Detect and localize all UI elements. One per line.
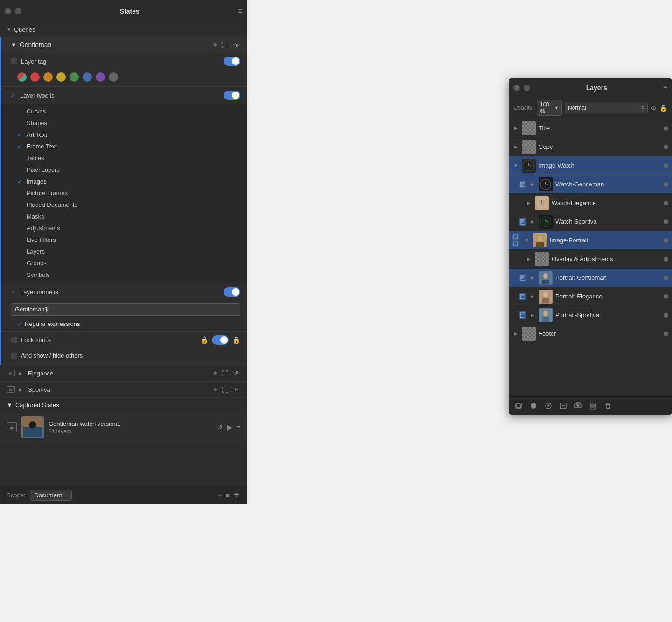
show-hide-checkbox[interactable]: [11, 353, 17, 359]
color-dot-green[interactable]: [70, 72, 79, 82]
color-dot-gray[interactable]: [109, 72, 118, 82]
layer-item-frame-text[interactable]: ✓ Frame Text: [1, 141, 247, 152]
layer-name-input[interactable]: [11, 303, 240, 316]
layer-item-groups[interactable]: Groups: [1, 257, 247, 269]
layer-row-title[interactable]: ▶ Title: [509, 119, 672, 138]
fx-button[interactable]: [542, 400, 554, 412]
close-button[interactable]: ✕: [5, 8, 11, 14]
layer-tag-toggle[interactable]: [224, 57, 240, 66]
elegance-target-icon[interactable]: ⌖: [213, 369, 217, 377]
undo-icon[interactable]: ↺: [217, 423, 223, 431]
layer-row-portrait-sportiva[interactable]: ▶ Portrait-Sportiva: [509, 306, 672, 325]
add-circle-button[interactable]: [527, 400, 539, 412]
overlay-chevron: ▶: [525, 256, 532, 262]
target-icon[interactable]: ⌖: [213, 41, 217, 49]
layer-item-layers[interactable]: Layers: [1, 246, 247, 257]
color-dot-red[interactable]: [30, 72, 40, 82]
watch-sportiva-badge: [519, 218, 526, 226]
scope-trash-icon[interactable]: 🗑: [233, 491, 240, 500]
layer-item-art-text[interactable]: ✓ Art Text: [1, 129, 247, 141]
layers-menu-icon[interactable]: ≡: [663, 84, 667, 92]
layer-settings-icon[interactable]: ⚙: [651, 104, 657, 112]
captured-actions: ↺ ▶ ≡: [217, 423, 240, 431]
layer-item-picture-frames[interactable]: Picture Frames: [1, 187, 247, 199]
more-icon[interactable]: ≡: [236, 424, 240, 431]
layer-type-check: ✓: [11, 92, 17, 99]
frame-text-check: ✓: [17, 143, 24, 150]
play-icon[interactable]: ▶: [227, 423, 232, 431]
color-dot-purple[interactable]: [96, 72, 105, 82]
layer-name-toggle[interactable]: [224, 287, 240, 297]
sportiva-target-icon[interactable]: ⌖: [213, 385, 217, 394]
layer-row-portrait-elegance[interactable]: ▶ Portrait-Elegance: [509, 287, 672, 306]
scope-list-icon[interactable]: ≡: [225, 491, 230, 500]
svg-point-49: [543, 311, 548, 316]
trash-button[interactable]: [602, 400, 614, 412]
layer-item-masks[interactable]: Masks: [1, 211, 247, 222]
layer-row-portrait-gentleman[interactable]: ▶ Portrait-Gentleman: [509, 269, 672, 287]
color-dot-blue[interactable]: [83, 72, 92, 82]
layer-item-pixel-layers[interactable]: Pixel Layers: [1, 164, 247, 176]
layer-row-overlay[interactable]: ▶ Overlay & Adjustments: [509, 250, 672, 269]
layer-row-image-portrait[interactable]: ▼ Image-Portrait: [509, 231, 672, 250]
layer-item-images[interactable]: ✓ Images: [1, 176, 247, 187]
duplicate-button[interactable]: [512, 400, 525, 412]
visibility-icon[interactable]: 👁: [233, 41, 240, 49]
portrait-elegance-layer-name: Portrait-Elegance: [555, 293, 661, 300]
layer-row-copy[interactable]: ▶ Copy: [509, 138, 672, 156]
elegance-chevron-row[interactable]: ▶ Elegance: [19, 370, 210, 377]
elegance-state-icon: ▤: [7, 370, 15, 376]
layer-type-toggle[interactable]: [224, 91, 240, 100]
group-button[interactable]: [572, 400, 584, 412]
layer-row-image-watch[interactable]: ▼ Image-Watch: [509, 156, 672, 175]
layer-row-watch-elegance[interactable]: ▶ Watch-Elegance: [509, 194, 672, 212]
color-dot-orange[interactable]: [43, 72, 53, 82]
image-portrait-badge2: [512, 240, 519, 247]
portrait-elegance-thumb: [539, 290, 553, 304]
layer-row-footer[interactable]: ▶ Footer: [509, 325, 672, 343]
layer-item-tables[interactable]: Tables: [1, 152, 247, 164]
gentleman-chevron[interactable]: ▼: [11, 42, 17, 49]
layer-item-live-filters[interactable]: Live Filters: [1, 234, 247, 246]
menu-icon[interactable]: ≡: [238, 7, 242, 15]
sportiva-visibility-icon[interactable]: 👁: [233, 386, 240, 394]
layer-tag-label: Layer tag: [21, 58, 220, 65]
color-dot-multi[interactable]: [17, 72, 27, 82]
gentleman-title: Gentleman: [20, 41, 210, 49]
elegance-filter-icon[interactable]: ⛶: [222, 369, 229, 377]
mask-button[interactable]: [557, 400, 569, 412]
lock-status-checkbox[interactable]: [11, 337, 17, 343]
filter-icon[interactable]: ⛶: [222, 41, 229, 49]
scope-select[interactable]: Document: [30, 490, 72, 501]
portrait-gentleman-chevron: ▶: [529, 275, 536, 280]
scope-target-icon[interactable]: ⌖: [218, 491, 222, 500]
sportiva-filter-icon[interactable]: ⛶: [222, 386, 229, 394]
footer-layer-name: Footer: [539, 330, 661, 337]
layer-row-watch-gentleman[interactable]: ▶ Watch-Gentleman: [509, 175, 672, 194]
layer-item-symbols[interactable]: Symbols: [1, 269, 247, 281]
layers-close-button[interactable]: ✕: [513, 85, 520, 91]
captured-layers: 81 layers: [49, 428, 212, 435]
layer-item-adjustments[interactable]: Adjustments: [1, 222, 247, 234]
layers-minimize-button[interactable]: [524, 85, 530, 91]
layer-item-placed-docs[interactable]: Placed Documents: [1, 199, 247, 211]
color-dot-yellow[interactable]: [56, 72, 66, 82]
lock-status-toggle[interactable]: [212, 335, 229, 345]
sportiva-chevron-row[interactable]: ▶ Sportiva: [19, 386, 210, 393]
minimize-button[interactable]: [15, 8, 21, 14]
captured-states-header[interactable]: ▼ Captured States: [0, 398, 247, 412]
elegance-visibility-icon[interactable]: 👁: [233, 369, 240, 377]
layer-lock-icon[interactable]: 🔒: [659, 104, 667, 112]
layer-row-watch-sportiva[interactable]: ▶ Watch-Sportiva: [509, 212, 672, 231]
list-view-button[interactable]: [587, 400, 599, 412]
layer-item-curves[interactable]: Curves: [1, 106, 247, 117]
captured-states-section: ▼ Captured States ≡ Gentleman watch vers…: [0, 397, 247, 442]
opacity-chevron: ▼: [554, 106, 559, 110]
layer-item-shapes[interactable]: Shapes: [1, 117, 247, 129]
blend-mode-select[interactable]: Normal ⇕: [565, 103, 648, 113]
opacity-input[interactable]: 100 % ▼: [537, 100, 562, 116]
captured-item: ≡ Gentleman watch version1 81 layers ↺ ▶…: [0, 412, 247, 442]
layer-tag-checkbox[interactable]: [11, 58, 17, 64]
regex-label: Regular expressions: [25, 320, 80, 327]
queries-section-header[interactable]: ▼ Queries: [0, 22, 247, 37]
